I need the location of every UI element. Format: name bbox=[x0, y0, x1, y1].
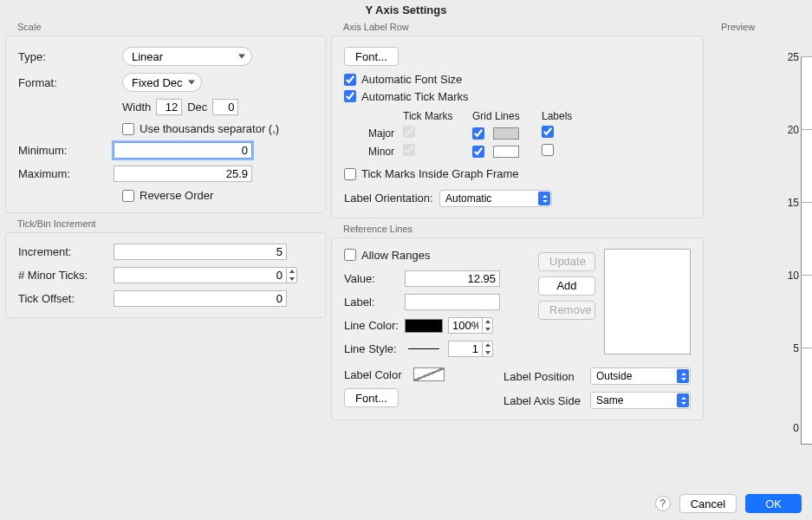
preview-tick-20: 20 bbox=[788, 124, 799, 136]
tick-offset-label: Tick Offset: bbox=[18, 292, 114, 305]
linestyle-swatch[interactable] bbox=[405, 342, 443, 356]
add-button[interactable]: Add bbox=[538, 276, 595, 296]
labelside-select[interactable]: Same bbox=[590, 392, 691, 409]
thousands-checkbox[interactable] bbox=[122, 123, 134, 135]
labelside-label: Label Axis Side bbox=[503, 394, 590, 407]
ref-group-label: Reference Lines bbox=[331, 224, 704, 234]
tick-group-label: Tick/Bin Increment bbox=[5, 218, 326, 229]
window-title: Y Axis Settings bbox=[0, 0, 812, 20]
hdr-grid: Grid Lines bbox=[472, 110, 542, 122]
increment-label: Increment: bbox=[18, 245, 114, 258]
reverse-checkbox[interactable] bbox=[122, 190, 134, 202]
orientation-select[interactable]: Automatic bbox=[439, 190, 552, 207]
linecolor-swatch[interactable] bbox=[405, 319, 443, 333]
minor-ticks-input[interactable] bbox=[114, 267, 287, 283]
update-button[interactable]: Update bbox=[538, 252, 595, 271]
minimum-label: Minimum: bbox=[18, 144, 96, 157]
linecolor-label: Line Color: bbox=[344, 319, 405, 332]
major-grid-swatch[interactable] bbox=[493, 127, 519, 140]
linestyle-num-input[interactable] bbox=[448, 341, 483, 357]
hdr-tick: Tick Marks bbox=[403, 110, 472, 122]
linestyle-num-stepper[interactable] bbox=[483, 341, 493, 357]
auto-font-label: Automatic Font Size bbox=[361, 73, 462, 86]
minor-labels-checkbox[interactable] bbox=[542, 144, 554, 156]
auto-tick-label: Automatic Tick Marks bbox=[361, 90, 469, 103]
width-label: Width bbox=[122, 101, 151, 114]
labelcolor-swatch[interactable] bbox=[413, 367, 445, 381]
maximum-label: Maximum: bbox=[18, 167, 96, 180]
thousands-label: Use thousands separator (,) bbox=[140, 122, 279, 135]
format-label: Format: bbox=[18, 76, 96, 89]
axis-group-label: Axis Label Row bbox=[331, 22, 704, 32]
help-icon[interactable]: ? bbox=[655, 496, 671, 511]
type-label: Type: bbox=[18, 50, 96, 63]
ref-value-input[interactable] bbox=[405, 270, 500, 287]
minimum-input[interactable] bbox=[114, 142, 252, 159]
inside-frame-label: Tick Marks Inside Graph Frame bbox=[361, 167, 519, 180]
major-grid-checkbox[interactable] bbox=[472, 127, 484, 140]
preview-tick-0: 0 bbox=[793, 422, 799, 434]
remove-button[interactable]: Remove bbox=[538, 301, 595, 320]
auto-font-checkbox[interactable] bbox=[344, 74, 356, 86]
auto-tick-checkbox[interactable] bbox=[344, 90, 356, 102]
ref-preview-box bbox=[604, 249, 691, 354]
hdr-labels: Labels bbox=[542, 110, 594, 122]
minor-grid-swatch[interactable] bbox=[493, 146, 519, 158]
tick-offset-input[interactable] bbox=[114, 290, 287, 307]
scale-group-label: Scale bbox=[5, 22, 326, 32]
linecolor-pct-input[interactable] bbox=[448, 317, 483, 334]
minor-tick-checkbox[interactable] bbox=[403, 144, 415, 156]
inside-frame-checkbox[interactable] bbox=[344, 168, 356, 180]
preview-tick-25: 25 bbox=[788, 51, 799, 63]
increment-input[interactable] bbox=[114, 244, 287, 260]
minor-ticks-stepper[interactable] bbox=[287, 267, 297, 283]
linestyle-label: Line Style: bbox=[344, 342, 405, 355]
major-row-label: Major bbox=[344, 127, 403, 140]
labelcolor-label: Label Color bbox=[344, 368, 413, 381]
minor-ticks-label: # Minor Ticks: bbox=[18, 269, 114, 282]
ref-label-label: Label: bbox=[344, 296, 405, 309]
ref-value-label: Value: bbox=[344, 272, 405, 285]
maximum-input[interactable] bbox=[114, 166, 252, 182]
preview-area: 25 20 15 10 5 0 bbox=[709, 44, 812, 460]
dec-label: Dec bbox=[187, 101, 207, 114]
major-labels-checkbox[interactable] bbox=[542, 126, 554, 138]
preview-group-label: Preview bbox=[709, 22, 812, 32]
width-input[interactable] bbox=[156, 99, 182, 115]
format-select[interactable]: Fixed Dec bbox=[122, 73, 202, 92]
dec-input[interactable] bbox=[212, 99, 238, 115]
allow-ranges-checkbox[interactable] bbox=[344, 249, 356, 261]
ref-font-button[interactable]: Font... bbox=[344, 388, 399, 407]
preview-tick-15: 15 bbox=[788, 197, 799, 209]
preview-tick-10: 10 bbox=[788, 270, 799, 282]
labelpos-select[interactable]: Outside bbox=[590, 367, 691, 385]
minor-grid-checkbox[interactable] bbox=[472, 146, 484, 158]
linecolor-pct-stepper[interactable] bbox=[483, 317, 493, 334]
ok-button[interactable]: OK bbox=[745, 494, 802, 513]
orientation-label: Label Orientation: bbox=[344, 192, 439, 205]
type-select[interactable]: Linear bbox=[122, 47, 252, 66]
ref-label-input[interactable] bbox=[405, 294, 500, 310]
minor-row-label: Minor bbox=[344, 146, 403, 158]
reverse-label: Reverse Order bbox=[140, 189, 213, 202]
preview-tick-5: 5 bbox=[793, 342, 799, 354]
preview-bar bbox=[801, 56, 812, 445]
major-tick-checkbox[interactable] bbox=[403, 126, 415, 138]
labelpos-label: Label Position bbox=[503, 370, 590, 383]
cancel-button[interactable]: Cancel bbox=[679, 494, 737, 513]
allow-ranges-label: Allow Ranges bbox=[361, 249, 431, 262]
axis-font-button[interactable]: Font... bbox=[344, 47, 399, 66]
